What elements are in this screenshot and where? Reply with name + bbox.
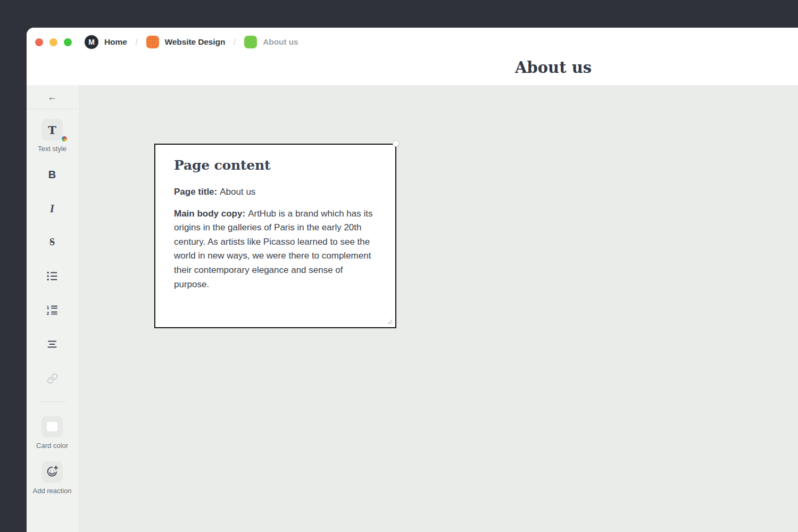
board-title[interactable]: About us	[473, 59, 633, 77]
text-style-button[interactable]: T	[41, 119, 63, 140]
body-copy-label: Main body copy:	[174, 209, 245, 219]
italic-icon: I	[50, 203, 54, 215]
breadcrumb-website-design[interactable]: Website Design	[165, 37, 226, 47]
text-style-icon: T	[48, 124, 56, 136]
breadcrumb-home[interactable]: Home	[104, 37, 127, 47]
board-canvas[interactable]: Page content Page title:About us Main bo…	[78, 85, 798, 532]
bulleted-list-icon	[46, 270, 59, 282]
strikethrough-icon: S	[49, 237, 55, 248]
link-button	[27, 371, 78, 385]
resize-handle[interactable]	[386, 318, 393, 325]
selection-handle[interactable]	[393, 140, 399, 147]
text-card[interactable]: Page content Page title:About us Main bo…	[154, 144, 396, 328]
body-copy-text: ArtHub is a brand which has its origins …	[174, 209, 372, 289]
card-body-line[interactable]: Main body copy:ArtHub is a brand which h…	[174, 207, 377, 292]
milanote-logo-icon[interactable]: M	[85, 35, 98, 49]
card-heading[interactable]: Page content	[174, 157, 377, 173]
card-color-label: Card color	[27, 442, 78, 450]
back-arrow-icon: ←	[47, 92, 57, 103]
zoom-window-button[interactable]	[64, 38, 72, 46]
bold-button[interactable]: B	[27, 168, 78, 181]
formatting-sidebar: ← T Text style B I S	[27, 85, 78, 532]
breadcrumb: M Home / Website Design / About us	[35, 34, 298, 50]
close-window-button[interactable]	[35, 38, 43, 46]
add-reaction-icon	[45, 465, 59, 479]
strikethrough-button[interactable]: S	[27, 235, 78, 249]
text-style-label: Text style	[27, 145, 78, 153]
link-icon	[47, 373, 58, 384]
svg-text:2: 2	[47, 311, 49, 316]
numbered-list-icon: 12	[46, 304, 59, 317]
app-window: M Home / Website Design / About us About…	[27, 28, 798, 532]
resize-grip-icon	[386, 318, 393, 325]
minimize-window-button[interactable]	[49, 38, 57, 46]
add-reaction-label: Add reaction	[27, 487, 78, 495]
align-center-button[interactable]	[27, 337, 78, 351]
bold-icon: B	[48, 169, 56, 181]
current-board-thumbnail-icon	[244, 36, 257, 48]
card-page-title-line[interactable]: Page title:About us	[174, 185, 377, 200]
breadcrumb-current-about-us: About us	[263, 37, 298, 47]
board-thumbnail-icon[interactable]	[146, 36, 159, 48]
card-color-button[interactable]	[41, 416, 63, 437]
toolbar-divider	[39, 402, 66, 402]
bulleted-list-button[interactable]	[27, 269, 78, 283]
color-dot-icon	[62, 136, 67, 142]
add-reaction-button[interactable]	[41, 461, 63, 483]
collapse-toolbar-button[interactable]: ←	[27, 85, 78, 109]
numbered-list-button[interactable]: 12	[27, 303, 78, 317]
page-title-label: Page title:	[174, 187, 217, 197]
titlebar: M Home / Website Design / About us About…	[27, 28, 798, 85]
align-center-icon	[46, 338, 59, 351]
italic-button[interactable]: I	[27, 202, 78, 215]
card-color-swatch-icon	[46, 421, 58, 432]
breadcrumb-separator: /	[234, 38, 236, 46]
breadcrumb-separator: /	[136, 38, 138, 46]
page-title-value: About us	[220, 187, 255, 197]
svg-text:1: 1	[47, 305, 49, 310]
